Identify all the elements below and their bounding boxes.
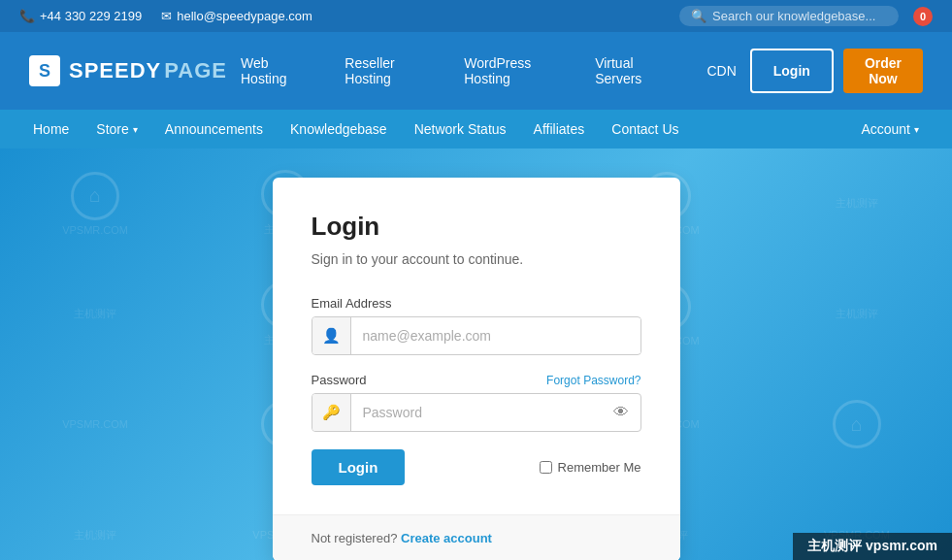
wm-cell-1: ⌂ VPSMR.COM [0,148,190,259]
logo-speedy: SPEEDY [69,58,161,83]
sidebar-item-knowledgebase[interactable]: Knowledgebase [277,110,401,148]
login-body: Login Sign in to your account to continu… [273,178,680,514]
email-label: Email Address [312,296,641,311]
login-card: Login Sign in to your account to continu… [273,178,680,560]
sidebar-item-affiliates[interactable]: Affiliates [520,110,599,148]
wm-text-6: 主机测评 [74,307,116,321]
wm-text-16: 主机测评 [74,528,116,543]
wm-cell-6: 主机测评 [0,259,190,370]
wm-icon-1: ⌂ [71,172,119,220]
nav-wordpress-hosting[interactable]: WordPress Hosting [450,44,557,98]
search-input[interactable] [712,9,887,23]
email-form-group: Email Address 👤 [312,296,641,355]
bottom-watermark: 主机测评 vpsmr.com [793,533,952,560]
password-header: Password Forgot Password? [312,373,641,387]
phone-info: 📞 +44 330 229 2199 [19,9,142,23]
cart-badge[interactable]: 0 [913,7,933,26]
nav-cdn[interactable]: CDN [693,51,749,90]
top-bar: 📞 +44 330 229 2199 ✉ hello@speedypage.co… [0,0,952,32]
sidebar-item-contact-us[interactable]: Contact Us [598,110,692,148]
wm-cell-15: ⌂ [762,370,952,480]
email-field[interactable] [351,318,640,353]
password-form-group: Password Forgot Password? 🔑 👁 [312,373,641,432]
wm-text-5: 主机测评 [836,196,878,211]
cart-count: 0 [920,11,926,22]
sidebar-item-network-status[interactable]: Network Status [401,110,520,148]
create-account-link[interactable]: Create account [401,531,492,545]
account-chevron-icon: ▾ [914,124,919,135]
wm-cell-10: 主机测评 [762,259,952,370]
eye-icon[interactable]: 👁 [602,394,640,431]
wm-cell-5: 主机测评 [762,148,952,259]
phone-number: +44 330 229 2199 [40,9,142,23]
nav-virtual-servers[interactable]: Virtual Servers [581,44,669,98]
wm-text-10: 主机测评 [836,307,878,321]
remember-me-checkbox[interactable] [540,461,552,474]
chevron-down-icon: ▾ [133,124,138,135]
header: S SPEEDY PAGE Web Hosting Reseller Hosti… [0,32,952,110]
wm-cell-11: VPSMR.COM [0,370,190,480]
nav-web-hosting[interactable]: Web Hosting [227,44,307,98]
sidebar-item-home[interactable]: Home [19,110,82,148]
header-buttons: Login Order Now [750,49,923,93]
wm-cell-16: 主机测评 [0,479,190,560]
top-bar-right: 🔍 0 [679,6,933,26]
login-footer: Not registered? Create account [273,514,680,560]
sidebar-item-announcements[interactable]: Announcements [151,110,277,148]
nav-reseller-hosting[interactable]: Reseller Hosting [331,44,426,98]
wm-text-1: VPSMR.COM [62,224,128,236]
phone-icon: 📞 [19,9,35,23]
content-area: ⌂ VPSMR.COM ⌂ 主机测评 VPSMR.COM ⌂ VPSMR.COM… [0,148,952,560]
user-icon: 👤 [312,317,351,354]
sidebar-item-store[interactable]: Store ▾ [82,110,150,148]
wm-icon-15: ⌂ [833,400,881,448]
remember-me-label[interactable]: Remember Me [540,460,641,475]
account-menu[interactable]: Account ▾ [847,110,933,148]
top-bar-left: 📞 +44 330 229 2199 ✉ hello@speedypage.co… [19,9,312,23]
wm-text-11: VPSMR.COM [62,418,128,430]
forgot-password-link[interactable]: Forgot Password? [546,374,640,387]
search-icon: 🔍 [691,9,706,23]
login-title: Login [312,212,641,242]
email-address: hello@speedypage.com [177,9,312,23]
login-submit-button[interactable]: Login [312,449,406,485]
remember-row: Login Remember Me [312,449,641,485]
password-label: Password [312,373,367,387]
nav-bar-right: Account ▾ [847,110,933,148]
nav-bar-left: Home Store ▾ Announcements Knowledgebase… [19,110,693,148]
logo-s-icon: S [29,55,60,86]
login-subtitle: Sign in to your account to continue. [312,251,641,267]
password-input-wrapper: 🔑 👁 [312,393,641,432]
logo[interactable]: S SPEEDY PAGE [29,55,227,86]
email-input-wrapper: 👤 [312,316,641,355]
not-registered-text: Not registered? [312,531,398,545]
header-nav: Web Hosting Reseller Hosting WordPress H… [227,44,750,98]
nav-bar: Home Store ▾ Announcements Knowledgebase… [0,110,952,148]
remember-me-text: Remember Me [558,460,641,475]
password-field[interactable] [351,395,602,430]
bottom-watermark-text: 主机测评 vpsmr.com [807,538,937,553]
lock-icon: 🔑 [312,394,351,431]
email-icon: ✉ [161,9,172,23]
order-now-button[interactable]: Order Now [843,49,923,93]
login-button[interactable]: Login [750,49,834,93]
logo-page: PAGE [164,58,227,83]
search-bar[interactable]: 🔍 [679,6,899,26]
email-info: ✉ hello@speedypage.com [161,9,312,23]
